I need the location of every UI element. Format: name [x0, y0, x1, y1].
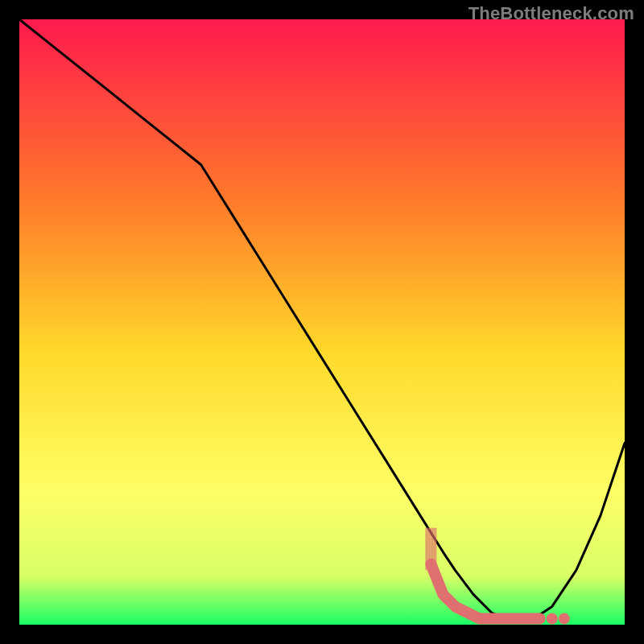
- highlight-dot: [547, 613, 558, 625]
- gradient-background: [19, 19, 625, 625]
- chart-plot-area: [19, 19, 625, 625]
- highlight-dot: [559, 613, 570, 625]
- chart-svg: [19, 19, 625, 625]
